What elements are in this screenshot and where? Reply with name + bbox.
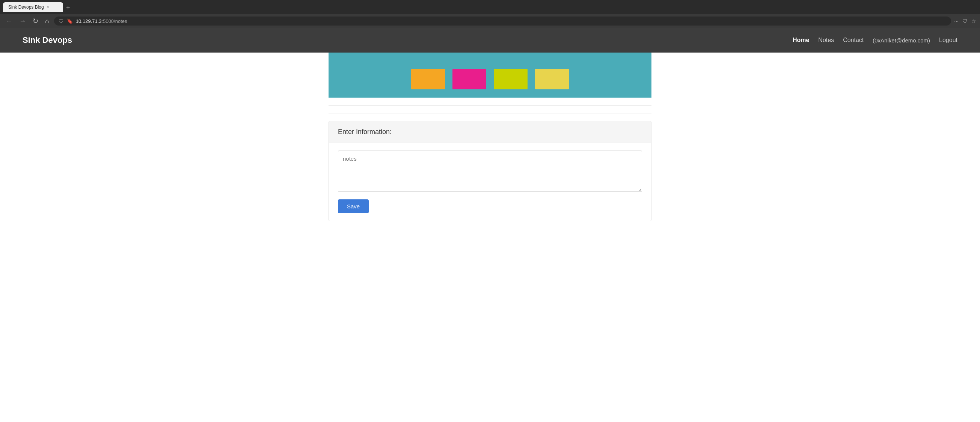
active-tab[interactable]: Sink Devops Blog × [3, 2, 63, 12]
security-shield-icon: 🛡 [59, 18, 64, 24]
form-header-text: Enter Information: [338, 128, 391, 135]
bookmark-icon[interactable]: ☆ [971, 18, 976, 24]
new-tab-button[interactable]: + [64, 4, 72, 12]
nav-notes[interactable]: Notes [818, 37, 834, 43]
form-header: Enter Information: [329, 121, 651, 143]
logout-link[interactable]: Logout [939, 37, 958, 43]
sticky-note-orange [411, 69, 445, 89]
sticky-note-yellow-green [494, 69, 528, 89]
app-header: Sink Devops Home Notes Contact (0xAniket… [0, 28, 980, 53]
form-body: Save [329, 143, 651, 221]
nav-home[interactable]: Home [793, 37, 809, 43]
page-content: Enter Information: Save [321, 53, 659, 221]
divider-top [329, 105, 651, 105]
save-button[interactable]: Save [338, 199, 369, 213]
form-section: Enter Information: Save [329, 121, 651, 221]
reload-button[interactable]: ↻ [31, 16, 40, 26]
address-bar[interactable]: 🛡 🔖 10.129.71.3:5000/notes [54, 16, 951, 25]
browser-tabs-bar: Sink Devops Blog × + [0, 0, 980, 14]
browser-nav-bar: ← → ↻ ⌂ 🛡 🔖 10.129.71.3:5000/notes ··· 🛡… [0, 14, 980, 28]
sticky-note-pink [452, 69, 486, 89]
tab-title: Sink Devops Blog [8, 5, 44, 10]
notes-textarea[interactable] [338, 151, 642, 192]
divider-bottom [329, 113, 651, 113]
tab-close-button[interactable]: × [47, 5, 49, 10]
more-options-icon[interactable]: ··· [954, 18, 959, 24]
hero-image [329, 53, 651, 98]
shield-nav-icon: 🛡 [963, 18, 967, 24]
nav-contact[interactable]: Contact [843, 37, 864, 43]
sticky-note-yellow [535, 69, 569, 89]
user-email: (0xAniket@demo.com) [873, 37, 930, 43]
site-icon: 🔖 [67, 18, 73, 24]
home-button[interactable]: ⌂ [43, 16, 51, 26]
address-text: 10.129.71.3:5000/notes [76, 18, 947, 24]
tabs-container: Sink Devops Blog × + [3, 2, 72, 12]
app-nav: Home Notes Contact (0xAniket@demo.com) L… [793, 37, 958, 43]
back-button[interactable]: ← [4, 16, 14, 26]
forward-button[interactable]: → [17, 16, 28, 26]
nav-extras: ··· 🛡 ☆ [954, 18, 976, 24]
app-brand: Sink Devops [22, 35, 72, 45]
